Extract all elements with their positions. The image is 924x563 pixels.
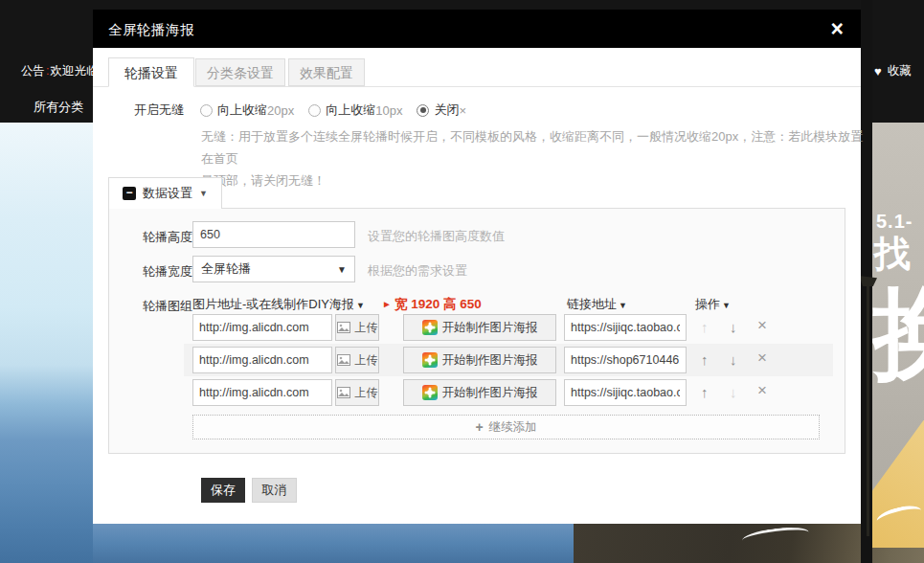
- announcement-body: 欢迎光临: [50, 64, 98, 78]
- favorite-label: 收藏: [888, 63, 912, 79]
- delete-row-button[interactable]: ×: [757, 349, 767, 367]
- carousel-settings-dialog: 全屏轮播海报 × 轮播设置 分类条设置 效果配置 开启无缝 向上收缩20px 向…: [93, 10, 861, 524]
- radio-icon: [200, 104, 213, 117]
- radio-icon-checked: [417, 104, 429, 117]
- make-poster-label: 开始制作图片海报: [442, 320, 538, 336]
- upload-label: 上传: [355, 352, 378, 369]
- background-sea-bottom: [93, 524, 574, 563]
- dialog-header: 全屏轮播海报 ×: [93, 10, 861, 48]
- column-link-label: 链接地址: [567, 297, 617, 311]
- carousel-height-input[interactable]: [192, 221, 355, 248]
- background-promo-banner: 5.1- 找 换: [872, 123, 924, 548]
- carousel-image-row: 上传 开始制作图片海报 ↑ ↓ ×: [109, 347, 845, 373]
- link-url-input[interactable]: [564, 379, 687, 406]
- make-poster-button[interactable]: 开始制作图片海报: [403, 347, 556, 373]
- carousel-image-row: 上传 开始制作图片海报 ↑ ↓ ×: [109, 379, 845, 406]
- column-actions[interactable]: 操作▼: [695, 296, 731, 313]
- carousel-width-hint: 根据您的需求设置: [368, 262, 467, 280]
- promo-yellow-shape: [872, 415, 924, 548]
- move-down-button[interactable]: ↓: [730, 351, 737, 369]
- lamp-pole: [867, 285, 869, 536]
- column-link-url[interactable]: 链接地址▼: [567, 296, 627, 313]
- image-url-input[interactable]: [192, 379, 332, 406]
- radio-label: 向上收缩: [326, 101, 375, 119]
- seamless-help-text: 无缝：用于放置多个连续全屏轮播时候开启，不同模板的风格，收缩距离不同，一般情况收…: [201, 125, 864, 191]
- move-down-button[interactable]: ↓: [730, 319, 737, 336]
- make-poster-label: 开始制作图片海报: [442, 352, 538, 369]
- delete-row-button[interactable]: ×: [757, 317, 767, 334]
- carousel-width-label: 轮播宽度: [143, 263, 192, 281]
- tab-category-bar-settings[interactable]: 分类条设置: [195, 58, 285, 86]
- upload-button[interactable]: 上传: [335, 379, 379, 406]
- tab-carousel-settings[interactable]: 轮播设置: [108, 57, 194, 87]
- link-url-input[interactable]: [564, 347, 687, 373]
- size-info-label: 宽 1920 高 650: [394, 297, 482, 311]
- make-poster-button[interactable]: 开始制作图片海报: [403, 379, 556, 406]
- help-line-2: 最顶部，请关闭无缝！: [201, 169, 864, 191]
- carousel-height-label: 轮播高度: [143, 229, 192, 246]
- poster-maker-icon: [422, 352, 438, 368]
- radio-suffix: 20px: [267, 103, 294, 118]
- poster-maker-icon: [422, 385, 438, 400]
- seamless-option-row: 开启无缝 向上收缩20px 向上收缩10px 关闭×: [134, 101, 481, 119]
- announcement-text: 公告:欢迎光临: [21, 63, 98, 79]
- carousel-group-label: 轮播图组: [143, 298, 192, 315]
- chevron-down-icon: ▼: [722, 301, 731, 310]
- announcement-prefix: 公告: [21, 64, 45, 78]
- background-sea-image: [0, 123, 93, 563]
- page-root: 公告:欢迎光临 所有分类 ♥ 收藏 5.1- 找 换 全屏轮播海报 × 轮播设置…: [0, 0, 924, 563]
- dialog-title: 全屏轮播海报: [108, 21, 194, 39]
- radio-label: 关闭: [434, 101, 459, 119]
- move-down-button[interactable]: ↓: [730, 384, 737, 401]
- link-url-input[interactable]: [564, 314, 687, 341]
- help-line-1: 无缝：用于放置多个连续全屏轮播时候开启，不同模板的风格，收缩距离不同，一般情况收…: [201, 125, 864, 169]
- promo-headline-2: 换: [872, 283, 924, 383]
- move-up-button[interactable]: ↑: [701, 384, 709, 401]
- save-button[interactable]: 保存: [201, 478, 245, 503]
- all-categories-link[interactable]: 所有分类: [34, 99, 83, 116]
- chevron-down-icon: ▼: [619, 301, 627, 310]
- radio-close-seamless[interactable]: 关闭×: [417, 101, 466, 119]
- add-row-label: 继续添加: [489, 419, 537, 436]
- chevron-down-icon: ▼: [337, 264, 347, 275]
- column-image-url[interactable]: 图片地址-或在线制作DIY海报▼: [192, 296, 365, 313]
- upload-label: 上传: [355, 385, 378, 401]
- radio-label: 向上收缩: [217, 101, 267, 119]
- delete-row-button[interactable]: ×: [757, 382, 767, 399]
- close-icon[interactable]: ×: [831, 15, 844, 42]
- image-url-input[interactable]: [192, 347, 332, 373]
- poster-maker-icon: [422, 320, 438, 335]
- radio-suffix: 10px: [375, 103, 402, 118]
- carousel-width-select[interactable]: 全屏轮播 ▼: [192, 256, 355, 282]
- data-settings-section-header[interactable]: − 数据设置 ▼: [108, 177, 222, 209]
- move-up-button[interactable]: ↑: [701, 351, 709, 369]
- radio-icon: [308, 104, 321, 117]
- heart-icon: ♥: [874, 64, 882, 79]
- carousel-height-hint: 设置您的轮播图高度数值: [368, 228, 505, 245]
- seamless-label: 开启无缝: [134, 101, 184, 119]
- radio-shrink-20px[interactable]: 向上收缩20px: [200, 101, 294, 119]
- upload-button[interactable]: 上传: [335, 347, 379, 373]
- upload-button[interactable]: 上传: [335, 314, 379, 341]
- arrow-right-icon: ►: [382, 299, 392, 309]
- add-row-button[interactable]: + 继续添加: [192, 415, 820, 439]
- column-action-label: 操作: [695, 297, 720, 311]
- plus-icon: +: [475, 419, 483, 435]
- picture-icon: [337, 354, 350, 366]
- radio-shrink-10px[interactable]: 向上收缩10px: [308, 101, 402, 119]
- move-up-button[interactable]: ↑: [701, 319, 709, 336]
- promo-headline-1: 找: [874, 236, 911, 272]
- favorite-button[interactable]: ♥ 收藏: [874, 63, 912, 79]
- picture-icon: [337, 322, 350, 333]
- chevron-down-icon: ▼: [199, 189, 208, 198]
- promo-date-text: 5.1-: [876, 211, 913, 233]
- picture-icon: [337, 387, 350, 398]
- upload-label: 上传: [355, 320, 378, 336]
- data-settings-panel: 轮播高度 设置您的轮播图高度数值 轮播宽度 全屏轮播 ▼ 根据您的需求设置 轮播…: [108, 208, 845, 454]
- radio-suffix: ×: [459, 103, 466, 118]
- tab-effect-config[interactable]: 效果配置: [288, 58, 365, 86]
- image-url-input[interactable]: [192, 314, 332, 341]
- cancel-button[interactable]: 取消: [252, 478, 297, 503]
- section-title: 数据设置: [143, 185, 192, 202]
- make-poster-button[interactable]: 开始制作图片海报: [403, 314, 556, 341]
